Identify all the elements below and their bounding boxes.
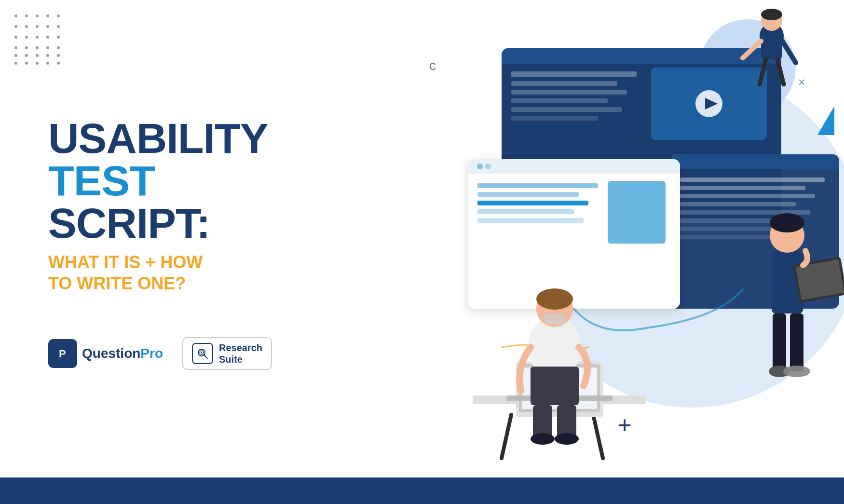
title-line2: TEST: [48, 160, 376, 202]
svg-point-63: [555, 433, 579, 445]
svg-rect-31: [680, 194, 815, 198]
svg-rect-59: [544, 313, 565, 324]
svg-rect-12: [511, 98, 608, 103]
plus-sign: +: [617, 411, 631, 439]
left-panel: USABILITY TEST SCRIPT: WHAT IT IS + HOW …: [0, 0, 405, 477]
svg-rect-8: [502, 56, 781, 64]
research-suite-logo: ResearchSuite: [182, 337, 272, 370]
svg-rect-14: [511, 116, 598, 121]
title-line1: USABILITY: [48, 117, 376, 160]
dot-pattern: [14, 14, 63, 65]
svg-point-58: [536, 288, 573, 310]
svg-point-40: [477, 163, 483, 169]
svg-point-62: [531, 433, 555, 445]
svg-rect-10: [511, 81, 617, 86]
svg-point-70: [783, 366, 810, 377]
svg-rect-9: [511, 71, 637, 77]
svg-rect-28: [670, 161, 839, 169]
svg-point-66: [770, 213, 804, 232]
svg-rect-42: [477, 183, 598, 188]
svg-point-20: [761, 9, 782, 20]
svg-rect-21: [761, 33, 782, 59]
title-block: USABILITY TEST SCRIPT: WHAT IT IS + HOW …: [48, 117, 376, 293]
svg-rect-30: [680, 186, 805, 190]
svg-line-48: [502, 415, 511, 458]
svg-rect-11: [511, 90, 627, 95]
svg-rect-13: [511, 107, 622, 112]
title-line3: SCRIPT:: [48, 202, 376, 245]
svg-rect-32: [680, 202, 796, 206]
illustration-svg: [405, 0, 844, 477]
research-suite-icon: [192, 343, 213, 364]
content-area: USABILITY TEST SCRIPT: WHAT IT IS + HOW …: [0, 0, 844, 477]
svg-rect-29: [680, 177, 825, 182]
svg-rect-36: [680, 235, 776, 239]
subtitle-line1: WHAT IT IS + HOW: [48, 252, 376, 272]
svg-rect-67: [773, 313, 786, 371]
questionpro-text: QuestionPro: [82, 346, 163, 361]
subtitle: WHAT IT IS + HOW TO WRITE ONE?: [48, 252, 376, 293]
svg-rect-46: [477, 218, 584, 223]
svg-rect-43: [477, 192, 579, 197]
svg-point-5: [201, 352, 203, 353]
logos-row: P QuestionPro: [48, 337, 376, 370]
right-panel: c ×: [405, 0, 844, 477]
svg-rect-56: [531, 367, 579, 405]
svg-text:P: P: [59, 348, 66, 360]
research-suite-text: ResearchSuite: [219, 342, 262, 365]
questionpro-icon: P: [48, 339, 77, 368]
svg-rect-44: [477, 201, 588, 205]
svg-rect-39: [468, 166, 680, 174]
svg-line-49: [593, 415, 603, 458]
svg-line-3: [204, 355, 207, 358]
bottom-bar: [0, 477, 844, 504]
main-container: USABILITY TEST SCRIPT: WHAT IT IS + HOW …: [0, 0, 844, 504]
subtitle-line2: TO WRITE ONE?: [48, 273, 376, 294]
questionpro-logo: P QuestionPro: [48, 339, 163, 368]
svg-rect-47: [608, 181, 666, 244]
svg-rect-45: [477, 209, 574, 214]
svg-point-41: [485, 163, 491, 169]
svg-line-23: [782, 41, 796, 63]
svg-rect-68: [790, 313, 803, 371]
